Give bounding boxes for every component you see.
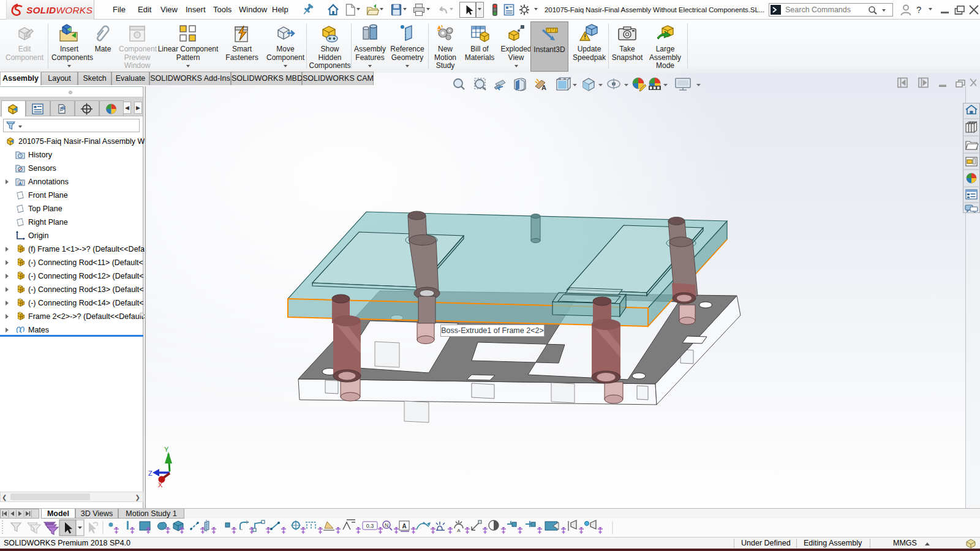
svg-text:0.3: 0.3	[366, 523, 374, 529]
svg-text:A: A	[18, 181, 22, 186]
svg-text:A: A	[457, 528, 461, 533]
svg-text:B: B	[61, 105, 65, 111]
svg-text:A: A	[541, 84, 546, 91]
svg-text:Y: Y	[164, 446, 169, 453]
svg-text:A: A	[402, 523, 406, 530]
svg-text:!: !	[584, 33, 586, 40]
svg-text:Z: Z	[148, 470, 153, 477]
svg-text:X: X	[158, 481, 163, 489]
svg-text:N: N	[385, 522, 388, 528]
